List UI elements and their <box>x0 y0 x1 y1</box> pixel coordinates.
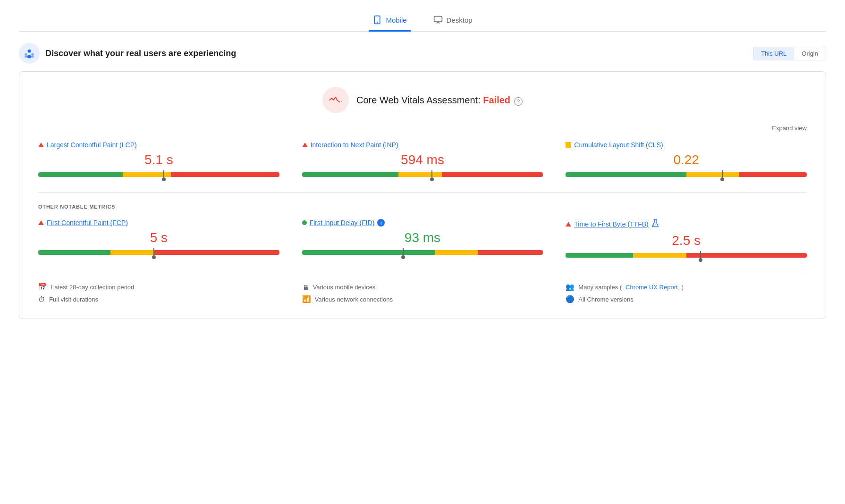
clock-icon: ⏱ <box>38 295 45 303</box>
header-left: Discover what your real users are experi… <box>19 43 236 64</box>
assessment-title-prefix: Core Web Vitals Assessment: <box>356 95 483 105</box>
metric-ttfb-label-row: Time to First Byte (TTFB) <box>566 219 807 229</box>
metric-fcp: First Contentful Paint (FCP) 5 s <box>38 219 279 258</box>
metric-fcp-label-row: First Contentful Paint (FCP) <box>38 219 279 227</box>
url-origin-toggle: This URL Origin <box>753 47 826 60</box>
metric-ttfb-bar <box>566 253 807 258</box>
tab-bar: Mobile Desktop <box>19 9 826 32</box>
core-metrics-grid: Largest Contentful Paint (LCP) 5.1 s Int… <box>38 141 807 177</box>
metric-fid-value: 93 ms <box>302 230 543 245</box>
calendar-icon: 📅 <box>38 283 47 291</box>
footer-item-collection: 📅 Latest 28-day collection period <box>38 283 279 291</box>
footer-devices-text: Various mobile devices <box>313 284 376 291</box>
ttfb-indicator-icon <box>566 222 571 227</box>
flask-icon[interactable] <box>651 219 659 229</box>
tab-desktop[interactable]: Desktop <box>430 9 476 32</box>
metric-cls-value: 0.22 <box>566 152 807 168</box>
section-title: Discover what your real users are experi… <box>45 49 236 59</box>
metric-cls-label-row: Cumulative Layout Shift (CLS) <box>566 141 807 149</box>
metric-fcp-value: 5 s <box>38 230 279 245</box>
metric-inp-bar <box>302 172 543 177</box>
metric-fid-label-row: First Input Delay (FID) i <box>302 219 543 227</box>
desktop-icon <box>433 15 443 25</box>
metric-lcp-value: 5.1 s <box>38 152 279 168</box>
metric-cls: Cumulative Layout Shift (CLS) 0.22 <box>566 141 807 177</box>
footer-samples-suffix: ) <box>682 284 684 291</box>
origin-button[interactable]: Origin <box>794 47 826 60</box>
svg-point-7 <box>25 56 27 58</box>
tab-mobile[interactable]: Mobile <box>369 9 410 32</box>
metric-inp-label-row: Interaction to Next Paint (INP) <box>302 141 543 149</box>
metric-lcp-bar <box>38 172 279 177</box>
section-divider <box>38 192 807 193</box>
svg-point-10 <box>655 224 656 224</box>
footer-chrome-text: All Chrome versions <box>578 296 633 303</box>
footer-info: 📅 Latest 28-day collection period 🖥 Vari… <box>38 273 807 303</box>
fid-info-icon[interactable]: i <box>377 219 385 227</box>
footer-collection-text: Latest 28-day collection period <box>51 284 134 291</box>
cls-indicator-icon <box>566 142 571 148</box>
tab-desktop-label: Desktop <box>447 16 473 24</box>
footer-samples-prefix: Many samples ( <box>578 284 622 291</box>
svg-point-4 <box>25 53 27 56</box>
tab-mobile-label: Mobile <box>386 16 406 24</box>
metric-fid-bar <box>302 250 543 255</box>
footer-network-text: Various network connections <box>315 296 393 303</box>
metric-inp: Interaction to Next Paint (INP) 594 ms <box>302 141 543 177</box>
section-header: Discover what your real users are experi… <box>19 43 826 64</box>
people-icon: 👥 <box>566 283 575 291</box>
metric-fid-label[interactable]: First Input Delay (FID) <box>310 219 375 227</box>
metric-fcp-label[interactable]: First Contentful Paint (FCP) <box>47 219 128 227</box>
svg-point-5 <box>31 53 34 56</box>
fcp-indicator-icon <box>38 220 44 225</box>
this-url-button[interactable]: This URL <box>753 47 794 60</box>
chrome-ux-link[interactable]: Chrome UX Report <box>625 284 678 291</box>
metric-lcp-label-row: Largest Contentful Paint (LCP) <box>38 141 279 149</box>
metric-cls-bar <box>566 172 807 177</box>
metric-ttfb: Time to First Byte (TTFB) 2.5 s <box>566 219 807 258</box>
svg-point-6 <box>27 55 31 59</box>
expand-view-link[interactable]: Expand view <box>38 125 807 132</box>
metric-cls-label[interactable]: Cumulative Layout Shift (CLS) <box>574 141 663 149</box>
assessment-header: Core Web Vitals Assessment: Failed ? <box>38 87 807 113</box>
metric-ttfb-label[interactable]: Time to First Byte (TTFB) <box>574 220 648 228</box>
assessment-icon <box>322 87 349 113</box>
help-icon[interactable]: ? <box>514 97 523 106</box>
metric-fid: First Input Delay (FID) i 93 ms <box>302 219 543 258</box>
metric-lcp: Largest Contentful Paint (LCP) 5.1 s <box>38 141 279 177</box>
metric-inp-value: 594 ms <box>302 152 543 168</box>
main-card: Core Web Vitals Assessment: Failed ? Exp… <box>19 71 826 319</box>
metric-lcp-label[interactable]: Largest Contentful Paint (LCP) <box>47 141 137 149</box>
wifi-icon: 📶 <box>302 295 311 303</box>
svg-point-9 <box>653 225 654 226</box>
footer-item-devices: 🖥 Various mobile devices <box>302 283 543 291</box>
devices-icon: 🖥 <box>302 283 309 291</box>
fid-indicator-icon <box>302 220 307 225</box>
chrome-icon: 🔵 <box>566 295 575 303</box>
svg-point-3 <box>28 50 31 53</box>
footer-item-duration: ⏱ Full visit durations <box>38 295 279 303</box>
other-metrics-label: OTHER NOTABLE METRICS <box>38 204 807 210</box>
footer-item-chrome: 🔵 All Chrome versions <box>566 295 807 303</box>
footer-item-network: 📶 Various network connections <box>302 295 543 303</box>
svg-rect-2 <box>434 17 442 22</box>
svg-point-8 <box>31 56 34 58</box>
assessment-title-wrap: Core Web Vitals Assessment: Failed ? <box>356 95 523 106</box>
other-metrics-grid: First Contentful Paint (FCP) 5 s First I… <box>38 219 807 258</box>
footer-duration-text: Full visit durations <box>49 296 98 303</box>
footer-item-samples: 👥 Many samples (Chrome UX Report) <box>566 283 807 291</box>
assessment-status: Failed <box>483 95 510 105</box>
metric-ttfb-value: 2.5 s <box>566 233 807 248</box>
metric-inp-label[interactable]: Interaction to Next Paint (INP) <box>311 141 398 149</box>
metric-fcp-bar <box>38 250 279 255</box>
mobile-icon <box>372 15 382 25</box>
lcp-indicator-icon <box>38 143 44 147</box>
inp-indicator-icon <box>302 143 308 147</box>
avatar <box>19 43 40 64</box>
